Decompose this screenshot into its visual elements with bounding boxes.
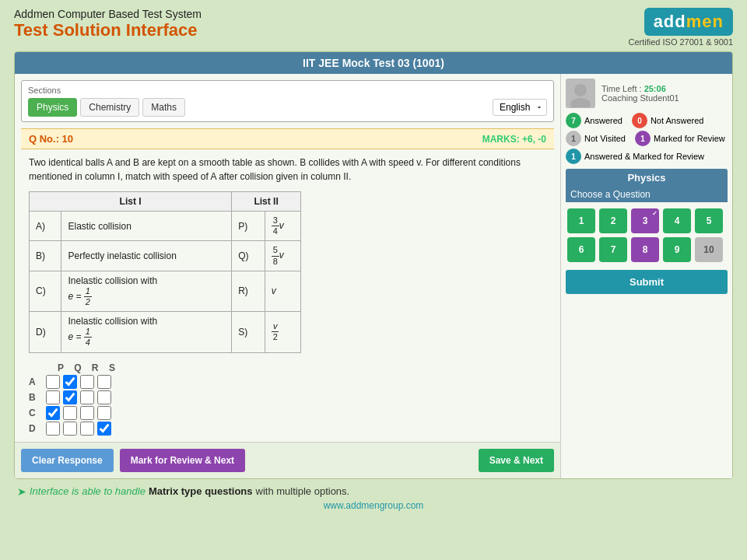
row-d-label: D) xyxy=(30,312,61,352)
mark-review-button[interactable]: Mark for Review & Next xyxy=(120,449,245,472)
q-btn-4[interactable]: 4 xyxy=(663,208,691,233)
row-d-col2: v2 xyxy=(265,312,300,352)
legend-answered-marked-label: Answered & Marked for Review xyxy=(584,152,704,161)
legend: 7 Answered 0 Not Answered 1 Not Visited … xyxy=(566,113,728,164)
cb-c-s[interactable] xyxy=(97,406,111,420)
submit-button[interactable]: Submit xyxy=(566,270,728,294)
badge-marked: 1 xyxy=(635,131,651,146)
table-row: C) Inelastic collision with e = 12 R) v xyxy=(30,271,301,311)
cb-d-s[interactable] xyxy=(97,422,111,436)
tab-physics[interactable]: Physics xyxy=(28,98,77,117)
cb-row-b: B xyxy=(29,390,546,404)
left-panel: Sections Physics Chemistry Maths English… xyxy=(15,74,561,478)
legend-answered-marked: 1 Answered & Marked for Review xyxy=(566,149,728,164)
test-title: IIT JEE Mock Test 03 (1001) xyxy=(15,52,732,74)
row-b-col2: 58v xyxy=(265,241,300,271)
cb-d-r[interactable] xyxy=(80,422,94,436)
q-btn-7[interactable]: 7 xyxy=(599,237,627,262)
legend-not-answered-label: Not Answered xyxy=(651,116,703,125)
badge-not-visited: 1 xyxy=(566,131,581,146)
cb-col-p: P xyxy=(52,362,69,373)
time-left-label: Time Left : 25:06 xyxy=(601,84,679,93)
legend-answered-label: Answered xyxy=(584,116,622,125)
rest-text: with multiple options. xyxy=(256,485,350,497)
save-next-button[interactable]: Save & Next xyxy=(479,449,554,472)
question-content: Two identical balls A and B are kept on … xyxy=(21,149,554,442)
svg-point-0 xyxy=(574,84,587,96)
sections-tabs: Physics Chemistry Maths English Hindi xyxy=(28,98,547,117)
bottom-link[interactable]: www.addmengroup.com xyxy=(14,500,733,511)
timer-info: Time Left : 25:06 Coaching Student01 xyxy=(601,84,679,103)
question-text: Two identical balls A and B are kept on … xyxy=(29,156,546,184)
col2-header: List II xyxy=(232,192,301,212)
row-c-label: C) xyxy=(30,271,61,311)
cb-a-p[interactable] xyxy=(46,375,60,389)
language-wrapper: English Hindi xyxy=(493,99,547,116)
cb-a-s[interactable] xyxy=(97,375,111,389)
checkboxes-area: P Q R S A B xyxy=(29,362,546,436)
language-select[interactable]: English Hindi xyxy=(493,99,547,116)
cb-col-q: Q xyxy=(69,362,86,373)
tab-maths[interactable]: Maths xyxy=(142,98,185,117)
logo: addmen xyxy=(644,8,733,36)
logo-men: men xyxy=(686,12,724,31)
cb-b-s[interactable] xyxy=(97,390,111,404)
cb-label-b: B xyxy=(29,392,44,403)
q-btn-2[interactable]: 2 xyxy=(599,208,627,233)
question-buttons-grid: 1 2 3✓ 4 5 6 7 8 9 10 xyxy=(566,205,728,265)
cb-d-q[interactable] xyxy=(63,422,77,436)
action-bar: Clear Response Mark for Review & Next Sa… xyxy=(15,442,560,478)
matrix-table: List I List II A) Elastic collision P) 3… xyxy=(29,191,301,353)
cb-label-c: C xyxy=(29,408,44,418)
cb-c-p[interactable] xyxy=(46,406,60,420)
row-d-col2-label: S) xyxy=(232,312,265,352)
q-btn-1[interactable]: 1 xyxy=(567,208,595,233)
certified-text: Certified ISO 27001 & 9001 xyxy=(628,37,733,47)
clear-response-button[interactable]: Clear Response xyxy=(21,449,114,472)
table-row: D) Inelastic collision with e = 14 S) v2 xyxy=(30,312,301,352)
row-b-col2-label: Q) xyxy=(232,241,265,271)
cb-row-c: C xyxy=(29,406,546,420)
right-panel: Time Left : 25:06 Coaching Student01 7 A… xyxy=(561,74,732,478)
q-btn-5[interactable]: 5 xyxy=(695,208,723,233)
cb-c-q[interactable] xyxy=(63,406,77,420)
row-a-col1: Elastic collision xyxy=(61,212,232,241)
time-value: 25:06 xyxy=(644,84,666,93)
legend-not-visited-label: Not Visited xyxy=(584,134,626,143)
badge-answered: 7 xyxy=(566,113,581,128)
q-btn-3[interactable]: 3✓ xyxy=(631,208,659,233)
highlight-text: Interface is able to handle xyxy=(30,485,146,497)
q-btn-6[interactable]: 6 xyxy=(567,237,595,262)
question-bar: Q No.: 10 MARKS: +6, -0 xyxy=(21,128,554,149)
avatar xyxy=(566,79,595,108)
cb-b-q[interactable] xyxy=(63,390,77,404)
row-c-col2: v xyxy=(265,271,300,311)
row-d-col1: Inelastic collision with e = 14 xyxy=(61,312,232,352)
q-btn-8[interactable]: 8 xyxy=(631,237,659,262)
main-title: Test Solution Interface xyxy=(14,20,202,40)
cb-c-r[interactable] xyxy=(80,406,94,420)
legend-not-visited: 1 Not Visited 1 Marked for Review xyxy=(566,131,728,146)
cb-d-p[interactable] xyxy=(46,422,60,436)
cb-row-a: A xyxy=(29,375,546,389)
cb-col-r: R xyxy=(86,362,103,373)
table-row: A) Elastic collision P) 34v xyxy=(30,212,301,241)
q-btn-10[interactable]: 10 xyxy=(695,237,723,262)
cb-b-p[interactable] xyxy=(46,390,60,404)
svg-point-1 xyxy=(570,98,591,107)
q-btn-9[interactable]: 9 xyxy=(663,237,691,262)
bold-text: Matrix type questions xyxy=(149,485,253,497)
row-c-col1: Inelastic collision with e = 12 xyxy=(61,271,232,311)
sections-label: Sections xyxy=(28,86,547,95)
cb-a-q[interactable] xyxy=(63,375,77,389)
cb-a-r[interactable] xyxy=(80,375,94,389)
badge-answered-marked: 1 xyxy=(566,149,581,164)
cb-header: P Q R S xyxy=(52,362,546,373)
badge-not-answered: 0 xyxy=(632,113,647,128)
cb-label-d: D xyxy=(29,423,44,434)
tab-chemistry[interactable]: Chemistry xyxy=(80,98,139,117)
cb-b-r[interactable] xyxy=(80,390,94,404)
cb-label-a: A xyxy=(29,376,44,387)
row-b-col1: Perfectly inelastic collision xyxy=(61,241,232,271)
cb-row-d: D xyxy=(29,422,546,436)
